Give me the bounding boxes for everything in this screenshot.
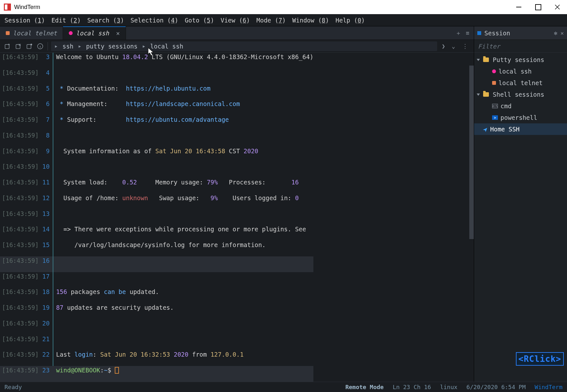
tab-close-icon[interactable]: ✕ [116,30,120,37]
new-session-icon[interactable] [3,42,12,50]
tree-item-cmd[interactable]: c:\ cmd [474,100,567,112]
menu-goto[interactable]: Goto (5) [183,15,216,25]
tab-list-icon[interactable]: ≡ [466,30,469,36]
tab-indicator-icon [6,31,10,35]
tab-label: local telnet [13,30,57,37]
new-tab-icon[interactable]: ＋ [455,29,461,37]
breadcrumb-arrow-icon: ▶ [143,44,145,49]
status-time: 6/20/2020 6:54 PM [466,384,526,390]
breadcrumb-arrow-icon: ▶ [79,44,81,49]
menu-view[interactable]: View (6) [219,15,252,25]
window-maximize-button[interactable] [528,0,548,14]
tree-item-local-telnet[interactable]: local telnet [474,77,567,89]
rclick-hint-overlay: <RClick> [516,352,564,366]
status-cursor-pos: Ln 23 Ch 16 [393,384,431,390]
terminal-view[interactable]: [16:43:59] 3 Welcome to Ubuntu 18.04.2 L… [0,53,474,382]
more-icon[interactable]: ⋮ [460,43,471,49]
session-tree: Putty sessions local ssh local telnet Sh… [474,53,567,382]
breadcrumb-item[interactable]: ssh [62,43,73,50]
session-toolbar: ▶ ssh ▶ putty sessions ▶ local ssh ❯ ⌄ ⋮ [0,40,474,53]
folder-icon [483,58,489,62]
tree-item-powershell[interactable]: > powershell [474,112,567,123]
terminal-cursor [115,367,119,374]
tab-local-telnet[interactable]: local telnet [0,26,63,40]
svg-rect-2 [27,44,31,49]
session-filter-input[interactable]: Filter [474,40,567,53]
menu-selection[interactable]: Selection (4) [129,15,180,25]
tab-local-ssh[interactable]: local ssh ✕ [63,26,126,40]
paper-plane-icon [482,127,488,132]
scrollbar[interactable] [469,66,474,239]
app-title: WindTerm [14,4,40,11]
tab-bar: local telnet local ssh ✕ ＋ ≡ [0,26,474,40]
tree-item-home-ssh[interactable]: Home SSH [474,123,567,135]
session-panel-icon [477,31,481,35]
info-icon[interactable] [36,42,44,50]
tree-group-putty-sessions[interactable]: Putty sessions [474,54,567,66]
session-panel: Session ✻ ✕ Filter Putty sessions local … [474,26,567,382]
tab-label: local ssh [76,30,109,37]
history-forward-icon[interactable]: ❯ [440,43,447,49]
window-minimize-button[interactable] [509,0,528,14]
svg-point-3 [31,44,32,45]
tree-item-local-ssh[interactable]: local ssh [474,66,567,77]
window-close-button[interactable] [548,0,567,14]
menu-search[interactable]: Search (3) [85,15,126,25]
menu-edit[interactable]: Edit (2) [50,15,83,25]
status-os: linux [440,384,457,390]
timestamp: [16:43:59] [0,53,39,68]
history-dropdown-icon[interactable]: ⌄ [450,43,457,49]
breadcrumb-item[interactable]: local ssh [150,43,183,50]
status-bar: Ready Remote Mode Ln 23 Ch 16 linux 6/20… [0,382,567,392]
menu-mode[interactable]: Mode (7) [255,15,288,25]
tree-group-shell-sessions[interactable]: Shell sessions [474,89,567,100]
panel-close-icon[interactable]: ✕ [561,30,564,36]
powershell-icon: > [492,115,498,120]
status-brand: WindTerm [535,384,562,390]
folder-icon [483,92,489,97]
expand-arrow-icon [477,94,480,96]
breadcrumb-arrow-icon: ▶ [55,44,57,49]
menu-session[interactable]: Session (1) [3,15,47,25]
svg-rect-0 [5,44,9,49]
session-panel-title: Session [484,30,551,37]
duplicate-session-icon[interactable] [25,42,33,50]
session-panel-header: Session ✻ ✕ [474,26,567,40]
session-dot-icon [492,69,496,73]
tab-indicator-icon [69,31,73,35]
menu-help[interactable]: Help (0) [334,15,367,25]
breadcrumb-item[interactable]: putty sessions [86,43,138,50]
expand-arrow-icon [477,59,480,61]
status-mode: Remote Mode [345,384,383,390]
cmd-icon: c:\ [492,104,498,108]
menu-bar: Session (1) Edit (2) Search (3) Selectio… [0,14,567,26]
window-titlebar: WindTerm [0,0,567,14]
session-dot-icon [492,81,496,85]
status-ready: Ready [4,384,22,390]
line-number: 3 [39,53,53,68]
app-icon [4,4,11,11]
breadcrumb[interactable]: ▶ ssh ▶ putty sessions ▶ local ssh [51,41,437,51]
menu-window[interactable]: Window (8) [290,15,331,25]
close-session-icon[interactable] [14,42,22,50]
panel-settings-icon[interactable]: ✻ [554,30,557,36]
